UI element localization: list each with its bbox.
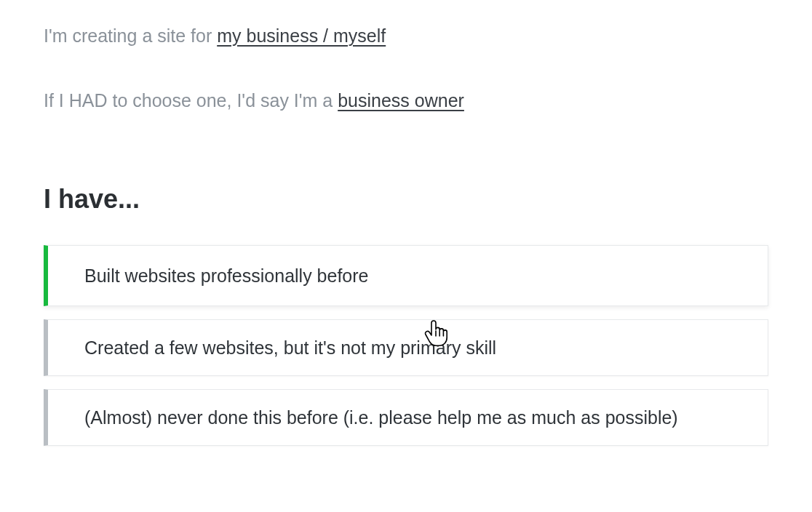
intro-2-prefix: If I HAD to choose one, I'd say I'm a <box>44 90 338 111</box>
intro-1-prefix: I'm creating a site for <box>44 25 217 46</box>
experience-options: Built websites professionally before Cre… <box>44 245 768 446</box>
experience-heading: I have... <box>44 184 768 215</box>
intro-line-2: If I HAD to choose one, I'd say I'm a bu… <box>44 90 768 111</box>
intro-2-link[interactable]: business owner <box>338 90 464 111</box>
option-beginner[interactable]: (Almost) never done this before (i.e. pl… <box>44 389 768 446</box>
option-professional[interactable]: Built websites professionally before <box>44 245 768 306</box>
option-label: (Almost) never done this before (i.e. pl… <box>84 407 678 428</box>
intro-1-link[interactable]: my business / myself <box>217 25 386 46</box>
intro-line-1: I'm creating a site for my business / my… <box>44 25 768 47</box>
option-label: Created a few websites, but it's not my … <box>84 337 496 359</box>
option-label: Built websites professionally before <box>84 265 368 287</box>
option-some-experience[interactable]: Created a few websites, but it's not my … <box>44 319 768 376</box>
